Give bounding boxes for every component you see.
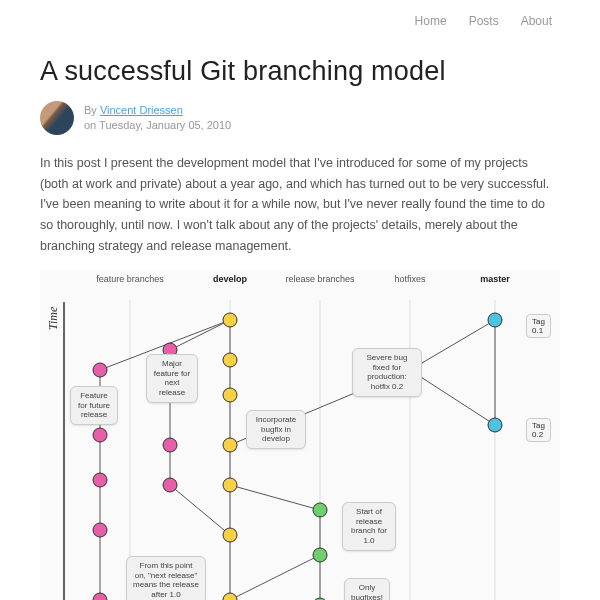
diagram-callout: Severe bug fixed for production: hotfix … — [352, 348, 422, 396]
branching-diagram: Time feature branchesdeveloprelease bran… — [40, 270, 560, 600]
version-tag: Tag0.2 — [526, 418, 551, 442]
commit-node-develop — [223, 478, 237, 492]
diagram-callout: Incorporate bugfix in develop — [246, 410, 306, 449]
author-avatar — [40, 101, 74, 135]
svg-line-29 — [230, 555, 320, 600]
commit-node-feature — [93, 593, 107, 600]
diagram-callout: Major feature for next release — [146, 354, 198, 402]
svg-line-7 — [410, 320, 495, 370]
commit-node-feature — [93, 473, 107, 487]
intro-paragraph: In this post I present the development m… — [40, 153, 560, 256]
author-link[interactable]: Vincent Driessen — [100, 104, 183, 116]
nav-posts[interactable]: Posts — [469, 14, 499, 28]
diagram-callout: Only bugfixes! — [344, 578, 390, 600]
commit-node-feature — [163, 478, 177, 492]
commit-node-feature — [93, 428, 107, 442]
commit-node-develop — [223, 438, 237, 452]
diagram-callout: Start of release branch for 1.0 — [342, 502, 396, 550]
column-header-release: release branches — [285, 274, 355, 284]
column-header-feature: feature branches — [95, 274, 165, 284]
commit-node-master — [488, 418, 502, 432]
byline-text: By Vincent Driessen on Tuesday, January … — [84, 103, 231, 134]
byline-date-prefix: on — [84, 119, 96, 131]
svg-line-20 — [170, 485, 230, 535]
top-nav: Home Posts About — [40, 0, 560, 38]
byline-date: Tuesday, January 05, 2010 — [99, 119, 231, 131]
version-tag: Tag0.1 — [526, 314, 551, 338]
diagram-callout: Feature for future release — [70, 386, 118, 425]
nav-home[interactable]: Home — [415, 14, 447, 28]
column-header-hotfix: hotfixes — [375, 274, 445, 284]
svg-line-8 — [410, 370, 495, 425]
commit-node-release — [313, 548, 327, 562]
commit-node-develop — [223, 388, 237, 402]
commit-node-develop — [223, 528, 237, 542]
commit-node-master — [488, 313, 502, 327]
commit-node-feature — [93, 363, 107, 377]
column-header-develop: develop — [195, 274, 265, 284]
byline-by: By — [84, 104, 97, 116]
svg-line-16 — [170, 320, 230, 350]
nav-about[interactable]: About — [521, 14, 552, 28]
commit-node-develop — [223, 313, 237, 327]
page-title: A successful Git branching model — [40, 56, 560, 87]
commit-node-feature — [93, 523, 107, 537]
byline: By Vincent Driessen on Tuesday, January … — [40, 101, 560, 135]
diagram-callout: From this point on, "next release" means… — [126, 556, 206, 600]
column-header-master: master — [460, 274, 530, 284]
commit-node-release — [313, 503, 327, 517]
commit-node-develop — [223, 353, 237, 367]
commit-node-feature — [163, 438, 177, 452]
commit-node-develop — [223, 593, 237, 600]
svg-line-26 — [230, 485, 320, 510]
